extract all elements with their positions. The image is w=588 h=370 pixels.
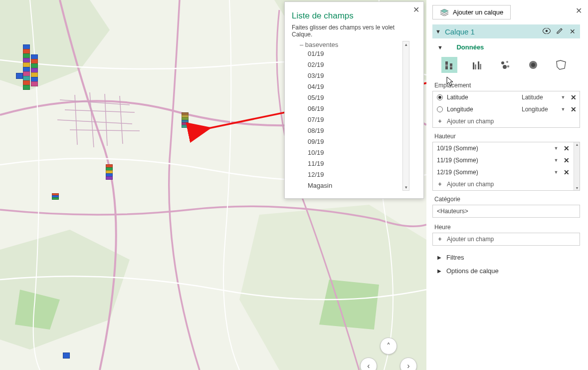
field-item[interactable]: 02/19 <box>308 59 409 70</box>
field-item[interactable]: 11/19 <box>308 158 409 169</box>
map-marker-cube <box>16 73 23 79</box>
radio-longitude[interactable] <box>437 106 443 112</box>
map-marker-stack <box>52 194 59 200</box>
svg-point-16 <box>531 63 535 67</box>
remove-field-icon[interactable]: ✕ <box>570 93 578 101</box>
viz-heatmap-button[interactable] <box>525 57 541 73</box>
eye-icon[interactable] <box>542 27 551 35</box>
collapse-icon[interactable]: ▼ <box>437 44 443 50</box>
pencil-icon[interactable] <box>555 27 564 36</box>
height-field-row: 12/19 (Somme) ▼ ✕ <box>433 166 573 178</box>
emplacement-label: Emplacement <box>434 82 580 89</box>
map-marker-stack <box>23 45 30 90</box>
categorie-label: Catégorie <box>434 196 580 203</box>
remove-field-icon[interactable]: ✕ <box>563 144 571 152</box>
viz-stacked-column-button[interactable] <box>441 57 457 73</box>
plus-icon: + <box>437 236 443 243</box>
layer-options-label: Options de calque <box>446 267 499 275</box>
layer-header: ▼ Calque 1 ✕ <box>432 24 580 38</box>
radio-latitude[interactable] <box>437 94 443 100</box>
chevron-down-icon[interactable]: ▼ <box>561 107 566 112</box>
emplacement-box: Latitude Latitude ▼ ✕ Longitude Longitud… <box>432 91 580 128</box>
svg-point-11 <box>501 61 504 64</box>
field-item[interactable]: 03/19 <box>308 70 409 81</box>
add-field-label: Ajouter un champ <box>447 236 494 243</box>
categorie-box[interactable]: <Hauteurs> <box>432 205 580 218</box>
map-marker-stack <box>31 55 38 86</box>
field-name: Longitude <box>447 106 518 113</box>
chevron-right-icon: ▶ <box>437 255 441 260</box>
field-tree: – baseventes 01/19 02/19 03/19 04/19 05/… <box>292 41 416 191</box>
field-name: Latitude <box>447 94 518 101</box>
scrollbar[interactable]: ▴▾ <box>574 142 580 190</box>
field-item[interactable]: 07/19 <box>308 114 409 125</box>
field-item[interactable]: 01/19 <box>308 48 409 59</box>
add-height-field[interactable]: + Ajouter un champ <box>433 178 573 190</box>
remove-field-icon[interactable]: ✕ <box>563 168 571 176</box>
height-field-row: 10/19 (Somme) ▼ ✕ <box>433 142 573 154</box>
data-section-title: Données <box>456 43 484 51</box>
svg-point-12 <box>506 61 508 63</box>
field-tree-root[interactable]: – baseventes <box>292 41 409 48</box>
delete-layer-icon[interactable]: ✕ <box>568 27 577 35</box>
categorie-value: <Hauteurs> <box>437 208 468 215</box>
map-marker-stack <box>106 165 113 180</box>
heure-box: + Ajouter un champ <box>432 233 580 246</box>
collapse-layer-icon[interactable]: ▼ <box>435 28 441 34</box>
hauteur-label: Hauteur <box>434 133 580 140</box>
height-field-row: 11/19 (Somme) ▼ ✕ <box>433 154 573 166</box>
chevron-down-icon[interactable]: ▼ <box>561 95 566 100</box>
field-item[interactable]: 10/19 <box>308 147 409 158</box>
filters-expander[interactable]: ▶ Filtres <box>432 251 580 264</box>
field-name: 10/19 (Somme) <box>437 145 550 152</box>
chevron-down-icon[interactable]: ▼ <box>554 158 559 163</box>
map-marker-cube <box>63 353 70 359</box>
heure-label: Heure <box>434 224 580 231</box>
chevron-down-icon[interactable]: ▼ <box>554 170 559 175</box>
add-layer-button[interactable]: Ajouter un calque <box>432 5 511 19</box>
field-list-hint: Faites glisser des champs vers le volet … <box>292 24 416 38</box>
chevron-down-icon[interactable]: ▼ <box>554 146 559 151</box>
location-field-row: Longitude Longitude ▼ ✕ <box>433 103 580 115</box>
svg-rect-8 <box>475 64 476 69</box>
viz-clustered-column-button[interactable] <box>469 57 485 73</box>
filters-label: Filtres <box>446 254 464 261</box>
viz-region-button[interactable] <box>553 57 569 73</box>
close-icon[interactable]: ✕ <box>576 6 582 15</box>
field-item[interactable]: 12/19 <box>308 169 409 180</box>
field-type: Latitude <box>522 94 557 101</box>
scroll-down-icon[interactable]: ▾ <box>404 184 408 190</box>
field-item[interactable]: 05/19 <box>308 92 409 103</box>
field-list-title: Liste de champs <box>292 11 416 21</box>
svg-rect-4 <box>445 64 448 66</box>
field-name: 12/19 (Somme) <box>437 169 550 176</box>
add-field-label: Ajouter un champ <box>447 118 494 125</box>
plus-icon: + <box>437 181 443 188</box>
svg-rect-7 <box>473 62 474 69</box>
scrollbar[interactable]: ▴ ▾ <box>402 41 409 191</box>
remove-field-icon[interactable]: ✕ <box>570 105 578 113</box>
add-time-field[interactable]: + Ajouter un champ <box>433 233 580 245</box>
layer-name[interactable]: Calque 1 <box>445 27 538 36</box>
svg-rect-6 <box>450 66 452 67</box>
plus-icon: + <box>437 118 443 125</box>
add-field-label: Ajouter un champ <box>447 181 494 188</box>
add-layer-label: Ajouter un calque <box>453 8 503 16</box>
scroll-up-icon[interactable]: ▴ <box>404 41 408 47</box>
field-item[interactable]: 08/19 <box>308 125 409 136</box>
close-icon[interactable]: ✕ <box>413 5 419 14</box>
hauteur-box: 10/19 (Somme) ▼ ✕ 11/19 (Somme) ▼ ✕ 12/1… <box>432 142 580 191</box>
chevron-right-icon: ▶ <box>437 268 441 274</box>
svg-point-14 <box>507 65 510 68</box>
svg-point-2 <box>546 30 548 32</box>
viz-bubble-button[interactable] <box>497 57 513 73</box>
remove-field-icon[interactable]: ✕ <box>563 156 571 164</box>
field-item[interactable]: Magasin <box>308 180 409 191</box>
field-item[interactable]: 06/19 <box>308 103 409 114</box>
map-tilt-up-button[interactable]: ˄ <box>380 338 397 355</box>
layer-panel: ✕ Ajouter un calque ▼ Calque 1 ✕ ▼ Donné… <box>426 0 588 370</box>
layer-options-expander[interactable]: ▶ Options de calque <box>432 264 580 278</box>
add-location-field[interactable]: + Ajouter un champ <box>433 115 580 127</box>
field-item[interactable]: 09/19 <box>308 136 409 147</box>
field-item[interactable]: 04/19 <box>308 81 409 92</box>
